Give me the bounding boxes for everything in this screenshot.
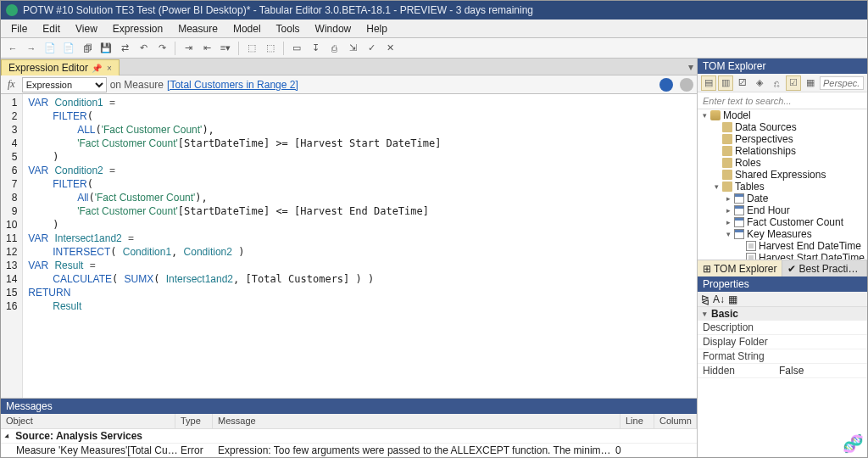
dna-watermark-icon: 🧬	[843, 433, 864, 454]
on-label: on Measure	[110, 79, 164, 91]
tab-dropdown-icon[interactable]: ▾	[688, 61, 693, 73]
toolbar-btn-14[interactable]: ⬚	[243, 40, 260, 57]
tab-label: Expression Editor	[8, 62, 88, 74]
prop-cat-icon[interactable]: A↓	[713, 293, 725, 305]
menu-model[interactable]: Model	[226, 21, 268, 36]
tom-btn-3[interactable]: ⚂	[735, 75, 750, 91]
prop-sort-icon[interactable]: ⧎	[701, 293, 709, 305]
message-group[interactable]: Source: Analysis Services	[1, 429, 697, 444]
message-row[interactable]: Measure 'Key Measures'[Total Customers i…	[1, 444, 697, 457]
expand-icon[interactable]: ▸	[725, 218, 732, 226]
code-lines[interactable]: VAR Condition1 = FILTER( ALL('Fact Custo…	[23, 94, 446, 398]
menu-file[interactable]: File	[4, 21, 34, 36]
col-column[interactable]: Column	[654, 414, 697, 428]
close-icon[interactable]: ×	[107, 64, 112, 73]
toolbar-btn-15[interactable]: ⬚	[262, 40, 279, 57]
tree-node[interactable]: ▾Key Measures	[698, 228, 867, 240]
col-line[interactable]: Line	[620, 414, 654, 428]
tom-btn-4[interactable]: ◈	[752, 75, 767, 91]
tree-node[interactable]: Relationships	[698, 145, 867, 157]
toolbar-btn-4[interactable]: 🗐	[79, 40, 96, 57]
prop-group-basic[interactable]: ▾ Basic	[698, 307, 867, 321]
toolbar-btn-12[interactable]: ≡▾	[217, 40, 234, 57]
tree-node[interactable]: Roles	[698, 157, 867, 169]
tree-node[interactable]: ▸Fact Customer Count	[698, 216, 867, 228]
toolbar-btn-17[interactable]: ▭	[288, 40, 305, 57]
folder-icon	[722, 122, 732, 132]
toolbar-btn-22[interactable]: ✕	[381, 40, 398, 57]
prop-row[interactable]: HiddenFalse	[698, 364, 867, 378]
col-object[interactable]: Object	[1, 414, 175, 428]
tree-node[interactable]: Perspectives	[698, 133, 867, 145]
tree-node[interactable]: Harvest End DateTime	[698, 240, 867, 252]
toolbar-btn-1[interactable]: →	[23, 40, 40, 57]
expand-icon[interactable]: ▾	[725, 230, 732, 238]
tree-node[interactable]: ▾Tables	[698, 181, 867, 193]
tab-tom-explorer[interactable]: ⊞ TOM Explorer	[698, 260, 782, 276]
tree-node[interactable]: ▾Model	[698, 109, 867, 121]
tree-label: Fact Customer Count	[747, 216, 843, 228]
tab-expression-editor[interactable]: Expression Editor 📌 ×	[1, 59, 120, 75]
properties-header: Properties	[698, 276, 867, 292]
toolbar-btn-11[interactable]: ⇤	[198, 40, 215, 57]
toolbar-btn-18[interactable]: ↧	[307, 40, 324, 57]
toolbar-btn-21[interactable]: ✓	[363, 40, 380, 57]
toolbar-btn-5[interactable]: 💾	[97, 40, 114, 57]
tom-btn-2[interactable]: ▥	[718, 75, 733, 91]
properties-grid[interactable]: ▾ Basic DescriptionDisplay FolderFormat …	[698, 307, 867, 457]
tom-search-input[interactable]	[698, 92, 867, 109]
expression-type-select[interactable]: Expression	[22, 77, 107, 92]
tree-node[interactable]: ▸Date	[698, 193, 867, 204]
menu-window[interactable]: Window	[309, 21, 359, 36]
menu-view[interactable]: View	[69, 21, 104, 36]
toolbar-btn-0[interactable]: ←	[4, 40, 21, 57]
perspective-input[interactable]	[820, 76, 864, 90]
expression-bar: fx Expression on Measure [Total Customer…	[1, 75, 697, 94]
menu-expression[interactable]: Expression	[106, 21, 170, 36]
menu-measure[interactable]: Measure	[171, 21, 225, 36]
toolbar-btn-6[interactable]: ⇄	[116, 40, 133, 57]
expand-icon[interactable]: ▾	[701, 111, 708, 120]
col-message[interactable]: Message	[213, 414, 620, 428]
tom-btn-5[interactable]: ⎌	[769, 75, 784, 91]
tree-node[interactable]: Data Sources	[698, 121, 867, 133]
menu-edit[interactable]: Edit	[36, 21, 67, 36]
tom-search-row	[698, 92, 867, 109]
toolbar-btn-2[interactable]: 📄	[42, 40, 58, 57]
toolbar-btn-3[interactable]: 📄	[60, 40, 77, 57]
toolbar-btn-10[interactable]: ⇥	[180, 40, 197, 57]
tom-btn-1[interactable]: ▤	[701, 75, 716, 91]
toolbar-btn-19[interactable]: ⎙	[326, 40, 342, 57]
pin-icon[interactable]: 📌	[92, 64, 102, 73]
tab-bpa[interactable]: ✔ Best Practice Analyzer	[782, 260, 867, 276]
prop-row[interactable]: Display Folder	[698, 335, 867, 349]
toolbar-btn-8[interactable]: ↷	[153, 40, 170, 57]
tom-btn-7[interactable]: ▦	[803, 75, 818, 91]
tom-btn-6[interactable]: ☑	[786, 75, 801, 91]
code-editor[interactable]: 12345678910111213141516 VAR Condition1 =…	[1, 94, 697, 398]
tom-tree[interactable]: ▾ModelData SourcesPerspectivesRelationsh…	[698, 109, 867, 260]
measure-link[interactable]: [Total Customers in Range 2]	[167, 79, 298, 91]
tree-label: Key Measures	[747, 228, 812, 240]
prop-row[interactable]: Format String	[698, 349, 867, 364]
toolbar-btn-7[interactable]: ↶	[135, 40, 152, 57]
expand-icon[interactable]: ▸	[725, 206, 732, 215]
prop-row[interactable]: Description	[698, 321, 867, 335]
col-type[interactable]: Type	[175, 414, 213, 428]
expand-icon[interactable]: ▾	[713, 182, 720, 191]
table-icon	[734, 205, 744, 215]
expand-icon[interactable]: ▸	[725, 194, 732, 203]
menu-tools[interactable]: Tools	[270, 21, 307, 36]
table-icon	[734, 193, 744, 204]
tree-node[interactable]: Harvest Start DateTime	[698, 252, 867, 260]
toolbar-btn-20[interactable]: ⇲	[344, 40, 361, 57]
prop-grid-icon[interactable]: ▦	[728, 293, 737, 305]
tree-node[interactable]: ▸End Hour	[698, 204, 867, 216]
expand-icon[interactable]	[4, 433, 10, 439]
tree-node[interactable]: Shared Expressions	[698, 169, 867, 181]
cancel-icon[interactable]	[680, 78, 693, 92]
accept-icon[interactable]	[659, 78, 673, 92]
tree-label: Relationships	[735, 145, 796, 157]
menu-help[interactable]: Help	[359, 21, 394, 36]
collapse-icon[interactable]: ▾	[701, 310, 708, 318]
